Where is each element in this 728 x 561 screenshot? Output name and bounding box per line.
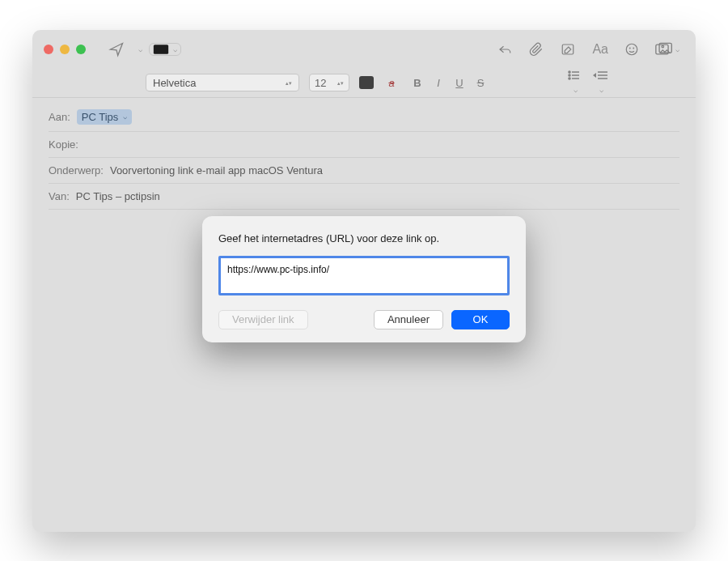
send-button[interactable] [104,38,129,61]
to-field-row[interactable]: Aan: PC Tips ⌵ [49,103,679,132]
chevron-down-icon: ⌵ [574,86,578,94]
recipient-name: PC Tips [82,111,119,123]
from-field-row[interactable]: Van: PC Tips – pctipsin [49,184,679,210]
align-left-button[interactable] [498,77,514,89]
photo-browser-button[interactable]: ⌵ [650,38,684,61]
maximize-window-button[interactable] [76,45,86,54]
mail-compose-window: ⌵ ⌵ Aa ⌵ Helvetica ▴▾ 12 ▴▾ [32,30,696,532]
underline-button[interactable]: U [451,77,468,89]
minimize-window-button[interactable] [60,45,70,54]
svg-point-3 [626,44,637,55]
emoji-button[interactable] [620,38,644,61]
recipient-chip[interactable]: PC Tips ⌵ [77,109,133,125]
header-layout-button[interactable]: ⌵ [149,43,181,56]
font-family-value: Helvetica [153,77,196,89]
header-fields: Aan: PC Tips ⌵ Kopie: Onderwerp: Voorver… [32,98,696,210]
close-window-button[interactable] [44,45,53,54]
text-color-swatch[interactable] [359,76,374,89]
font-size-select[interactable]: 12 ▴▾ [309,74,349,91]
list-button[interactable]: ⌵ [566,70,582,95]
subject-label: Onderwerp: [49,164,104,176]
strike-button[interactable]: S [472,77,489,89]
dialog-button-row: Verwijder link Annuleer OK [218,310,510,329]
font-size-value: 12 [315,77,326,89]
italic-button[interactable]: I [430,77,447,89]
updown-icon: ▴▾ [286,80,292,86]
svg-point-20 [569,74,570,76]
chevron-down-icon: ⌵ [675,45,679,53]
subject-value: Voorvertoning link e-mail app macOS Vent… [110,164,323,176]
from-value: PC Tips – pctipsin [76,190,160,202]
format-bar: Helvetica ▴▾ 12 ▴▾ a B I U S ⌵ ⌵ [32,69,696,98]
cc-label: Kopie: [49,138,78,151]
cancel-button[interactable]: Annuleer [374,310,443,329]
svg-point-5 [633,48,634,49]
bold-button[interactable]: B [409,77,425,89]
title-bar: ⌵ ⌵ Aa ⌵ [32,30,696,69]
subject-field-row[interactable]: Onderwerp: Voorvertoning link e-mail app… [49,158,679,184]
ok-button[interactable]: OK [451,310,510,329]
to-label: Aan: [49,111,70,123]
align-group [498,77,557,89]
font-family-select[interactable]: Helvetica ▴▾ [146,74,299,91]
remove-link-button[interactable]: Verwijder link [218,310,308,329]
link-url-dialog: Geef het internetadres (URL) voor deze l… [202,216,526,342]
window-controls [44,45,86,54]
indent-button[interactable]: ⌵ [592,70,608,95]
updown-icon: ▴▾ [337,80,344,86]
dialog-title: Geef het internetadres (URL) voor deze l… [218,232,510,244]
chevron-down-icon: ⌵ [173,45,177,53]
svg-rect-0 [154,45,168,54]
svg-point-8 [662,45,664,48]
send-menu-chevron-icon[interactable]: ⌵ [138,45,142,53]
url-input[interactable] [218,256,510,295]
svg-point-4 [629,48,630,49]
align-right-button[interactable] [540,77,557,89]
chevron-down-icon: ⌵ [123,113,127,121]
svg-point-22 [569,78,570,79]
format-button[interactable]: Aa [587,38,613,61]
align-center-button[interactable] [519,77,535,89]
style-group: B I U S [409,77,489,89]
reply-button[interactable] [492,38,518,61]
cc-field-row[interactable]: Kopie: [49,132,679,158]
markup-button[interactable] [555,38,581,61]
strikethrough-color-icon[interactable]: a [383,77,400,89]
svg-point-18 [569,71,570,73]
from-label: Van: [49,190,70,202]
chevron-down-icon: ⌵ [599,86,603,94]
attach-button[interactable] [524,38,548,61]
